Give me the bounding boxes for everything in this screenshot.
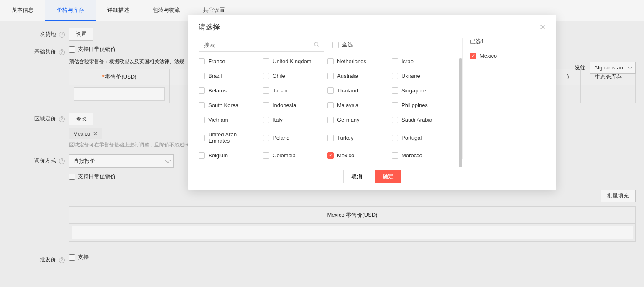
country-option[interactable]: Morocco [392,152,452,159]
country-name: Vietnam [208,117,228,123]
checkbox-icon[interactable] [199,73,205,79]
selected-name: Mexico [480,53,497,59]
selected-count: 已选1 [470,38,546,45]
checkbox-icon[interactable] [392,73,398,79]
country-option[interactable]: Ukraine [392,73,452,79]
country-option[interactable]: Malaysia [327,102,388,108]
checkbox-icon[interactable] [263,135,269,141]
close-icon[interactable]: ✕ [539,23,546,32]
country-name: Italy [273,117,283,123]
checkbox-icon[interactable] [470,53,476,59]
country-name: Ukraine [401,73,420,79]
scrollbar-thumb[interactable] [459,58,462,167]
country-name: Saudi Arabia [401,117,432,123]
checkbox-icon[interactable] [263,102,269,108]
country-name: United Arab Emirates [208,131,259,144]
country-option[interactable]: Israel [392,58,452,64]
country-option[interactable]: France [199,58,259,64]
checkbox-icon[interactable] [199,152,205,159]
checkbox-icon[interactable] [327,135,334,141]
svg-line-1 [317,45,319,46]
country-option[interactable]: Indonesia [263,102,323,108]
checkbox-icon[interactable] [263,73,269,79]
country-name: Morocco [401,152,422,159]
svg-point-0 [314,42,318,46]
country-option[interactable]: Australia [327,73,388,79]
country-name: Singapore [401,87,426,94]
country-option[interactable]: Singapore [392,87,452,94]
country-option[interactable]: South Korea [199,102,259,108]
scrollbar-track[interactable] [459,58,462,159]
country-option[interactable]: Poland [263,131,323,144]
checkbox-icon[interactable] [263,87,269,94]
select-all-label: 全选 [342,41,353,49]
checkbox-icon[interactable] [327,73,334,79]
checkbox-icon[interactable] [263,58,269,64]
checkbox-icon[interactable] [199,117,205,123]
country-option[interactable]: Colombia [263,152,323,159]
checkbox-icon[interactable] [392,152,398,159]
checkbox-icon[interactable] [263,117,269,123]
country-option[interactable]: Belarus [199,87,259,94]
country-option[interactable]: Germany [327,117,388,123]
country-name: France [208,58,225,64]
checkbox-icon[interactable] [392,58,398,64]
country-option[interactable]: Netherlands [327,58,388,64]
checkbox-icon[interactable] [199,58,205,64]
checkbox-icon[interactable] [327,117,334,123]
country-option[interactable]: Turkey [327,131,388,144]
select-all-box[interactable] [332,42,339,48]
checkbox-icon[interactable] [327,102,334,108]
country-name: Indonesia [273,102,296,108]
checkbox-icon[interactable] [327,58,334,64]
country-option[interactable]: Thailand [327,87,388,94]
checkbox-icon[interactable] [392,135,398,141]
country-option[interactable]: Portugal [392,131,452,144]
checkbox-icon[interactable] [392,117,398,123]
checkbox-icon[interactable] [263,152,269,159]
country-option[interactable]: Philippines [392,102,452,108]
country-name: Philippines [401,102,428,108]
country-name: Turkey [337,135,353,141]
country-option[interactable]: Vietnam [199,117,259,123]
checkbox-icon[interactable] [392,102,398,108]
country-name: United Kingdom [273,58,312,64]
search-icon[interactable] [314,41,320,49]
select-all-checkbox[interactable]: 全选 [332,41,353,49]
country-option[interactable]: Mexico [327,152,388,159]
country-option[interactable]: United Kingdom [263,58,323,64]
checkbox-icon[interactable] [327,87,334,94]
country-name: Israel [401,58,415,64]
search-input[interactable] [199,38,324,52]
checkbox-icon[interactable] [392,87,398,94]
selected-item[interactable]: Mexico [470,53,546,59]
country-name: Belarus [208,87,227,94]
country-name: Mexico [337,152,354,159]
country-option[interactable]: Chile [263,73,323,79]
country-name: South Korea [208,102,238,108]
country-name: Australia [337,73,358,79]
checkbox-icon[interactable] [199,135,205,141]
country-name: Japan [273,87,287,94]
country-name: Brazil [208,73,222,79]
cancel-button[interactable]: 取消 [343,170,370,183]
country-name: Colombia [273,152,296,159]
confirm-button[interactable]: 确定 [375,170,401,183]
country-name: Germany [337,117,359,123]
country-select-modal: 请选择 ✕ 全选 FranceUnited KingdomNetherlands… [188,15,556,190]
country-option[interactable]: United Arab Emirates [199,131,259,144]
country-option[interactable]: Japan [263,87,323,94]
country-option[interactable]: Italy [263,117,323,123]
country-option[interactable]: Saudi Arabia [392,117,452,123]
country-name: Chile [273,73,285,79]
country-option[interactable]: Belgium [199,152,259,159]
country-option[interactable]: Brazil [199,73,259,79]
checkbox-icon[interactable] [199,102,205,108]
country-name: Thailand [337,87,358,94]
country-name: Netherlands [337,58,366,64]
selected-list: Mexico [470,53,546,59]
checkbox-icon[interactable] [199,87,205,94]
country-name: Malaysia [337,102,358,108]
countries-list: FranceUnited KingdomNetherlandsIsraelBra… [199,58,456,159]
checkbox-icon[interactable] [327,152,334,159]
